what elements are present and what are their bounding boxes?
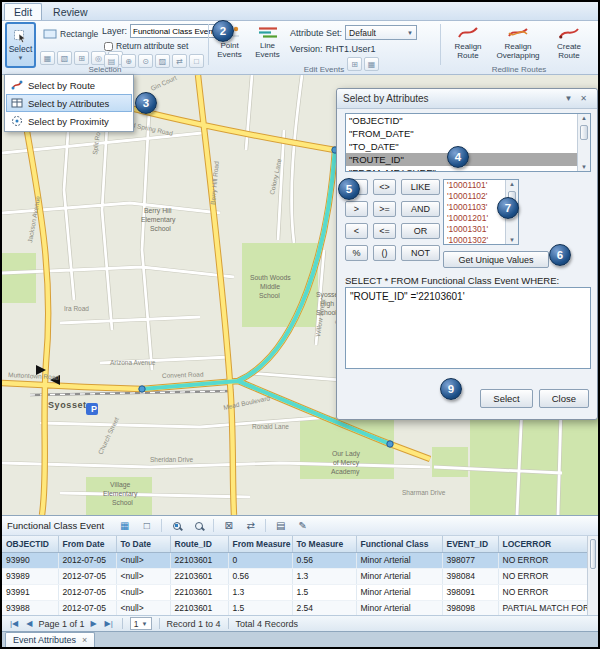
attribute-set-dropdown[interactable]: Default ▼ [345,25,417,40]
last-page-icon[interactable]: ▶| [103,619,115,628]
operator-button[interactable]: <= [373,223,396,239]
fields-scrollbar[interactable]: ▲ ▼ [577,114,590,171]
zoom-to-selection-icon[interactable] [167,518,186,534]
scroll-down-icon[interactable]: ▼ [506,237,518,243]
realign-route-button[interactable]: Realign Route [445,22,491,60]
table-cell: PARTIAL MATCH FOR THE TO- [498,600,598,615]
operator-button[interactable]: LIKE [401,179,440,195]
select-button[interactable]: Select ▼ [5,22,36,68]
grid-scrollbar[interactable] [587,536,598,615]
column-header[interactable]: From Measure [228,536,292,552]
line-events-button[interactable]: Line Events [250,22,285,59]
get-unique-values-button[interactable]: Get Unique Values [443,251,549,268]
edit-record-icon[interactable]: ✎ [293,518,312,534]
operator-button[interactable]: AND [401,201,440,217]
dialog-menu-caret-icon[interactable]: ▼ [560,94,576,103]
page-size-dropdown[interactable]: 1 ▼ [130,617,152,630]
table-row[interactable]: 939902012-07-05<null>2210360100.56Minor … [2,552,598,568]
create-route-button[interactable]: Create Route [546,22,592,60]
field-item[interactable]: "FROM_DATE" [346,127,577,140]
map-label: Middle [260,283,280,290]
operator-button[interactable]: NOT [401,245,440,261]
realign-overlapping-icon [508,25,528,40]
value-item[interactable]: '10001103' [444,202,505,213]
operator-button[interactable]: > [345,201,368,217]
prev-page-icon[interactable]: ◀ [24,619,34,628]
next-page-icon[interactable]: ▶ [88,619,98,628]
menu-item-select-by-route[interactable]: Select by Route [6,76,132,94]
column-header[interactable]: Functional Class [356,536,442,552]
operator-button[interactable]: OR [401,223,440,239]
tab-edit[interactable]: Edit [4,3,42,20]
tab-event-attributes[interactable]: Event Attributes × [5,632,95,647]
map-label: Elementary [141,216,176,224]
rectangle-button[interactable]: Rectangle [40,25,101,43]
event-table-panel: Functional Class Event ▦ □ ⊠ ⇄ ▤ ✎ OBJEC… [2,515,598,631]
table-cell: 1.5 [292,584,356,600]
operator-button[interactable]: < [345,223,368,239]
tool-icon[interactable]: ⊞ [74,51,89,65]
delete-selection-icon[interactable]: ⊠ [219,518,238,534]
table-cell: 398084 [442,568,498,584]
table-row[interactable]: 939892012-07-05<null>221036010.561.3Mino… [2,568,598,584]
menu-item-select-by-proximity[interactable]: Select by Proximity [6,112,132,130]
operator-button[interactable]: () [373,245,396,261]
realign-overlapping-button[interactable]: Realign Overlapping [493,22,543,60]
first-page-icon[interactable]: |◀ [8,619,20,628]
value-item[interactable]: '10001301' [444,224,505,235]
operator-button[interactable]: >= [373,201,396,217]
fields-listbox: "OBJECTID""FROM_DATE""TO_DATE""ROUTE_ID"… [345,113,591,172]
scroll-down-icon[interactable]: ▼ [578,164,590,170]
table-cell: 398091 [442,584,498,600]
menu-item-select-by-attributes[interactable]: Select by Attributes [6,94,132,112]
column-header[interactable]: From Date [58,536,116,552]
table-row[interactable]: 939912012-07-05<null>221036011.31.5Minor… [2,584,598,600]
operator-button[interactable]: <> [373,179,396,195]
table-options-icon[interactable]: ▤ [271,518,290,534]
tab-close-icon[interactable]: × [82,635,87,645]
total-records-label: Total 4 Records [236,619,299,629]
table-cell: NO ERROR [498,568,598,584]
column-header[interactable]: Route_ID [170,536,228,552]
field-item[interactable]: "OBJECTID" [346,114,577,127]
scrollbar-thumb[interactable] [580,125,588,140]
realign-route-icon [458,25,478,40]
value-item[interactable]: '10001101' [444,180,505,191]
tab-review[interactable]: Review [43,3,97,20]
dialog-select-button[interactable]: Select [480,389,532,408]
table-cell: 1.3 [292,568,356,584]
table-cell: 22103601 [170,552,228,568]
pan-to-selection-icon[interactable] [189,518,208,534]
dialog-close-button[interactable]: Close [539,389,589,408]
group-separator [208,24,209,65]
tool-icon[interactable]: ▦ [40,51,55,65]
column-header[interactable]: To Date [116,536,170,552]
table-cell: 0.56 [228,568,292,584]
scrollbar-thumb[interactable] [590,539,596,569]
callout-9: 9 [440,378,462,400]
value-item[interactable]: '10001201' [444,213,505,224]
dialog-close-icon[interactable]: ✕ [576,94,591,103]
scroll-up-icon[interactable]: ▲ [506,181,518,187]
column-header[interactable]: To Measure [292,536,356,552]
toolbar-separator [265,519,266,532]
column-header[interactable]: OBJECTID [2,536,58,552]
tool-icon[interactable]: ▧ [57,51,72,65]
dialog-titlebar[interactable]: Select by Attributes ▼ ✕ [337,89,597,109]
return-attribute-set-checkbox[interactable] [104,42,113,51]
table-cell: 2012-07-05 [58,600,116,615]
value-item[interactable]: '10001102' [444,191,505,202]
where-clause-textarea[interactable]: "ROUTE_ID" ='22103601' [345,287,591,369]
table-row[interactable]: 939882012-07-05<null>221036011.52.54Mino… [2,600,598,615]
column-header[interactable]: LOCERROR [498,536,598,552]
group-label-redline-routes: Redline Routes [440,65,598,74]
switch-selection-icon[interactable]: ⇄ [241,518,260,534]
value-item[interactable]: '10001302' [444,235,505,244]
column-header[interactable]: EVENT_ID [442,536,498,552]
chevron-down-icon: ▼ [142,621,148,627]
select-records-icon[interactable]: ▦ [115,518,134,534]
scroll-up-icon[interactable]: ▲ [578,115,590,121]
clear-selection-icon[interactable]: □ [137,518,156,534]
operator-button[interactable]: % [345,245,368,261]
map-label: Sheridan Drive [150,456,193,463]
